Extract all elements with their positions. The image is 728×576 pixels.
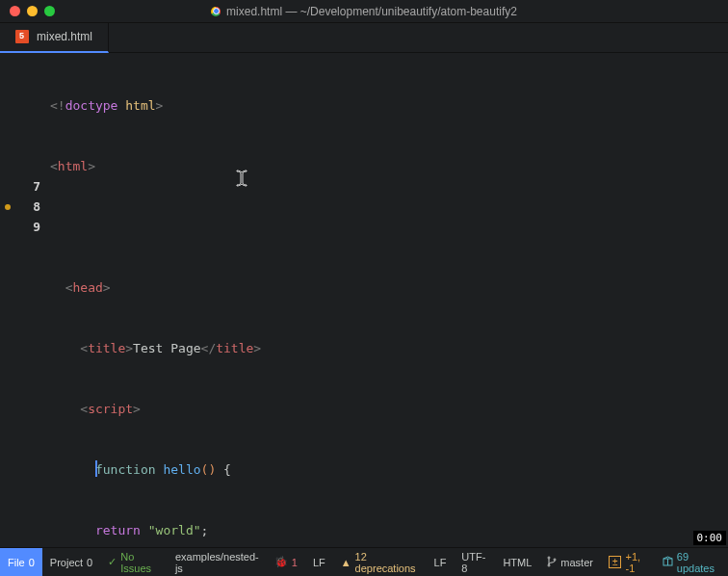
window-title-text: mixed.html — ~/Development/unibeautify/a…	[226, 5, 517, 18]
status-updates-text: 69 updates	[677, 551, 720, 574]
maximize-window-button[interactable]	[44, 6, 55, 16]
status-path[interactable]: examples/nested-js	[168, 548, 267, 577]
status-file-label: File	[8, 557, 25, 568]
chrome-icon	[211, 7, 221, 16]
recording-time-badge: 0:00	[693, 531, 727, 545]
code-line: <html>	[50, 156, 261, 176]
status-project-label: Project	[50, 557, 83, 568]
status-language-text: HTML	[503, 557, 532, 568]
status-project-count: 0	[87, 557, 92, 568]
gutter: 7 8 9	[0, 53, 50, 547]
status-issues-text: No Issues	[120, 551, 160, 574]
gutter-line	[0, 379, 50, 399]
status-file[interactable]: File 0	[0, 548, 42, 577]
traffic-lights	[0, 6, 55, 16]
bug-icon: 🐞	[274, 556, 288, 568]
status-diff-text: +1, -1	[625, 551, 646, 574]
tab-mixed-html[interactable]: mixed.html	[0, 23, 109, 53]
title-bar: mixed.html — ~/Development/unibeautify/a…	[0, 0, 728, 23]
status-line-endings[interactable]: LF	[305, 548, 333, 577]
gutter-line	[0, 399, 50, 419]
gutter-line	[0, 75, 50, 95]
code-line: <script>	[50, 399, 261, 419]
gutter-line-modified: 8	[0, 196, 50, 217]
status-bug-count: 1	[292, 557, 298, 568]
status-lf2[interactable]: LF	[427, 548, 455, 577]
status-deprecations[interactable]: ▲ 12 deprecations	[333, 548, 427, 577]
package-icon	[663, 556, 673, 568]
diff-icon: ±	[609, 556, 622, 568]
gutter-line	[0, 277, 50, 298]
code-line: <title>Test Page</title>	[50, 338, 261, 358]
status-deprecations-text: 12 deprecations	[355, 551, 419, 574]
check-icon: ✓	[108, 556, 117, 568]
git-branch-icon	[547, 556, 557, 569]
code-line	[50, 217, 261, 237]
gutter-line	[0, 358, 50, 379]
status-branch-text: master	[560, 557, 593, 568]
editor[interactable]: 7 8 9 <!doctype html> <html> <head> <tit…	[0, 53, 728, 547]
status-file-count: 0	[29, 557, 35, 568]
status-updates[interactable]: 69 updates	[655, 548, 728, 577]
status-lf2-text: LF	[434, 557, 447, 568]
status-git-branch[interactable]: master	[539, 548, 601, 577]
status-lf: LF	[313, 557, 325, 568]
html5-icon	[15, 30, 29, 43]
gutter-line	[0, 156, 50, 176]
close-window-button[interactable]	[10, 6, 20, 16]
status-encoding-text: UTF-8	[461, 551, 487, 574]
gutter-line	[0, 55, 50, 75]
gutter-line	[0, 95, 50, 116]
status-path-text: examples/nested-js	[175, 551, 259, 574]
code-line: <!doctype html>	[50, 95, 261, 116]
tab-label: mixed.html	[37, 30, 92, 43]
gutter-line: 9	[0, 217, 50, 237]
gutter-line	[0, 116, 50, 136]
status-encoding[interactable]: UTF-8	[454, 548, 495, 577]
status-bar: File 0 Project 0 ✓ No Issues examples/ne…	[0, 547, 728, 576]
status-language[interactable]: HTML	[495, 548, 539, 577]
gutter-line	[0, 298, 50, 318]
gutter-line	[0, 338, 50, 358]
status-bugs[interactable]: 🐞 1	[267, 548, 305, 577]
gutter-line	[0, 318, 50, 338]
gutter-line	[0, 136, 50, 156]
code-area[interactable]: <!doctype html> <html> <head> <title>Tes…	[50, 53, 261, 547]
minimize-window-button[interactable]	[27, 6, 38, 16]
status-git-diff[interactable]: ± +1, -1	[601, 548, 655, 577]
code-line: function hello() {	[50, 459, 261, 480]
code-line: return "world";	[50, 520, 261, 540]
status-issues[interactable]: ✓ No Issues	[100, 548, 168, 577]
status-project[interactable]: Project 0	[42, 548, 100, 577]
code-line: <head>	[50, 277, 261, 298]
gutter-line	[0, 419, 50, 439]
gutter-line: 7	[0, 176, 50, 196]
gutter-line	[0, 237, 50, 257]
warning-icon: ▲	[341, 557, 351, 568]
window-title: mixed.html — ~/Development/unibeautify/a…	[211, 5, 517, 18]
gutter-line	[0, 257, 50, 277]
tab-bar: mixed.html	[0, 23, 728, 53]
